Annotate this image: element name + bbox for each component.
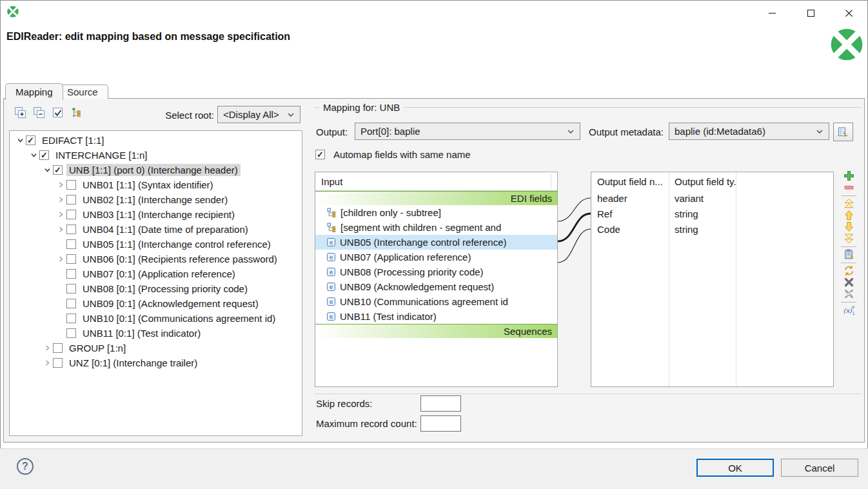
tree-item[interactable]: UNB05 [1:1] (Interchange control referen…: [10, 237, 302, 252]
tree-item[interactable]: UNB01 [1:1] (Syntax identifier): [10, 177, 302, 192]
tree-item-checkbox[interactable]: [66, 225, 76, 234]
occurrences-button[interactable]: (x)o1: [842, 304, 856, 315]
tree-item-label[interactable]: UNB [1:1] (port 0) (Interchange header): [66, 164, 241, 176]
edit-metadata-button[interactable]: [833, 123, 853, 141]
column-divider[interactable]: [551, 174, 551, 189]
tree-item-label[interactable]: UNB06 [0:1] (Recipients reference passwo…: [80, 253, 280, 265]
close-button[interactable]: [839, 4, 858, 22]
cancel-all-assignments-button[interactable]: [842, 288, 856, 299]
tree-item[interactable]: UNB02 [1:1] (Interchange sender): [10, 192, 302, 207]
output-field-row[interactable]: headervariant: [591, 190, 833, 206]
tree-item-label[interactable]: UNB09 [0:1] (Acknowledgement request): [80, 297, 261, 310]
ok-button[interactable]: OK: [696, 459, 774, 477]
tree-item-checkbox[interactable]: [26, 135, 35, 145]
tree-item-label[interactable]: INTERCHANGE [1:n]: [53, 149, 150, 161]
tree-item[interactable]: UNB09 [0:1] (Acknowledgement request): [10, 296, 302, 311]
select-root-combo[interactable]: <Display All>: [217, 106, 301, 123]
max-record-count-input[interactable]: [420, 415, 461, 432]
tree-item-checkbox[interactable]: [66, 210, 76, 219]
tree-item-label[interactable]: EDIFACT [1:1]: [39, 134, 106, 146]
paste-fields-button[interactable]: [842, 249, 856, 260]
tree-item-label[interactable]: UNB11 [0:1] (Test indicator): [80, 327, 203, 339]
add-field-button[interactable]: [842, 170, 856, 181]
tree-item-checkbox[interactable]: [66, 239, 76, 249]
tree-item[interactable]: UNB03 [1:1] (Interchange recipient): [10, 207, 302, 222]
tree-item[interactable]: UNB06 [0:1] (Recipients reference passwo…: [10, 252, 302, 266]
move-bottom-button[interactable]: [842, 233, 856, 244]
column-divider[interactable]: [669, 172, 669, 386]
minimize-button[interactable]: [762, 4, 782, 22]
input-field-item[interactable]: eUNB07 (Application reference): [315, 250, 557, 264]
auto-assign-button[interactable]: [842, 265, 856, 276]
input-field-item[interactable]: eUNB09 (Acknowledgement request): [315, 279, 557, 294]
tree-item-label[interactable]: UNZ [0:1] (Interchange trailer): [66, 357, 200, 369]
automap-checkbox[interactable]: [315, 150, 325, 159]
column-divider[interactable]: [736, 172, 736, 386]
check-all-button[interactable]: [51, 106, 64, 119]
input-field-item[interactable]: eUNB05 (Interchange control reference): [315, 235, 557, 250]
tree-item-checkbox[interactable]: [66, 328, 76, 338]
output-field-row[interactable]: Refstring: [591, 206, 833, 221]
tree-item[interactable]: UNB [1:1] (port 0) (Interchange header): [10, 163, 302, 177]
tree-item[interactable]: EDIFACT [1:1]: [10, 133, 302, 148]
tab-mapping[interactable]: Mapping: [5, 83, 63, 100]
output-field-name-header[interactable]: Output field n...: [591, 176, 669, 187]
tree-item-checkbox[interactable]: [66, 195, 76, 205]
tree-item-checkbox[interactable]: [53, 343, 63, 353]
tree-item-label[interactable]: GROUP [1:n]: [66, 342, 128, 354]
tab-source[interactable]: Source: [57, 85, 108, 99]
tree-item-checkbox[interactable]: [66, 180, 76, 190]
maximize-button[interactable]: [801, 4, 820, 22]
cancel-button[interactable]: Cancel: [781, 459, 858, 477]
skip-records-input[interactable]: [420, 395, 461, 412]
tree-item-checkbox[interactable]: [66, 284, 76, 294]
move-top-button[interactable]: [842, 198, 856, 209]
tree-item[interactable]: GROUP [1:n]: [10, 341, 302, 355]
chevron-right-icon[interactable]: [55, 179, 66, 190]
tree-item[interactable]: UNB07 [0:1] (Application reference): [10, 266, 302, 281]
tree-item[interactable]: INTERCHANGE [1:n]: [10, 148, 302, 163]
tree-item-checkbox[interactable]: [66, 314, 76, 323]
chevron-down-icon[interactable]: [42, 165, 53, 175]
tree-item[interactable]: UNZ [0:1] (Interchange trailer): [10, 355, 302, 370]
chevron-right-icon[interactable]: [55, 254, 66, 264]
chevron-right-icon[interactable]: [42, 343, 53, 354]
chevron-right-icon[interactable]: [55, 224, 66, 235]
chevron-right-icon[interactable]: [55, 194, 66, 205]
input-field-item[interactable]: eUNB10 (Communications agreement id: [315, 294, 557, 309]
move-up-button[interactable]: [842, 210, 856, 221]
input-field-item[interactable]: eUNB08 (Processing priority code): [315, 264, 557, 279]
chevron-right-icon[interactable]: [55, 209, 66, 220]
tree-item-checkbox[interactable]: [39, 150, 49, 160]
tree-item-label[interactable]: UNB08 [0:1] (Processing priority code): [80, 283, 250, 295]
input-field-item[interactable]: [children only - subtree]: [315, 205, 557, 220]
tree-item-checkbox[interactable]: [66, 269, 76, 279]
expand-all-button[interactable]: [14, 106, 27, 119]
tree-item-label[interactable]: UNB03 [1:1] (Interchange recipient): [80, 208, 237, 221]
output-metadata-combo[interactable]: baplie (id:Metadata6): [669, 123, 829, 140]
tree-item-label[interactable]: UNB01 [1:1] (Syntax identifier): [80, 179, 216, 191]
move-down-button[interactable]: [842, 221, 856, 232]
tree-item[interactable]: UNB10 [0:1] (Communications agreement id…: [10, 311, 302, 326]
chevron-down-icon[interactable]: [28, 150, 39, 161]
tree-item-label[interactable]: UNB02 [1:1] (Interchange sender): [80, 194, 230, 206]
tree-item-checkbox[interactable]: [53, 165, 63, 175]
tree-item-checkbox[interactable]: [66, 299, 76, 308]
tree-item-label[interactable]: UNB05 [1:1] (Interchange control referen…: [80, 238, 273, 250]
cancel-assignment-button[interactable]: [842, 277, 856, 288]
tree-item-checkbox[interactable]: [66, 254, 76, 264]
remove-field-button[interactable]: [842, 182, 856, 193]
tree-item[interactable]: UNB11 [0:1] (Test indicator): [10, 326, 302, 341]
tree-order-button[interactable]: [70, 106, 83, 119]
tree-item[interactable]: UNB08 [0:1] (Processing priority code): [10, 281, 302, 296]
output-field-type-header[interactable]: Output field ty...: [669, 176, 736, 187]
input-field-item[interactable]: eUNB11 (Test indicator): [315, 309, 557, 324]
collapse-all-button[interactable]: [32, 106, 46, 119]
tree-item-label[interactable]: UNB04 [1:1] (Date time of preparation): [80, 223, 251, 235]
output-port-combo[interactable]: Port[0]: baplie: [355, 123, 580, 140]
input-column-header[interactable]: Input: [315, 172, 557, 191]
input-field-item[interactable]: [segment with children - segment and: [315, 220, 557, 235]
output-field-row[interactable]: Codestring: [591, 221, 833, 237]
chevron-down-icon[interactable]: [15, 135, 26, 146]
tree-item-label[interactable]: UNB07 [0:1] (Application reference): [80, 268, 238, 280]
